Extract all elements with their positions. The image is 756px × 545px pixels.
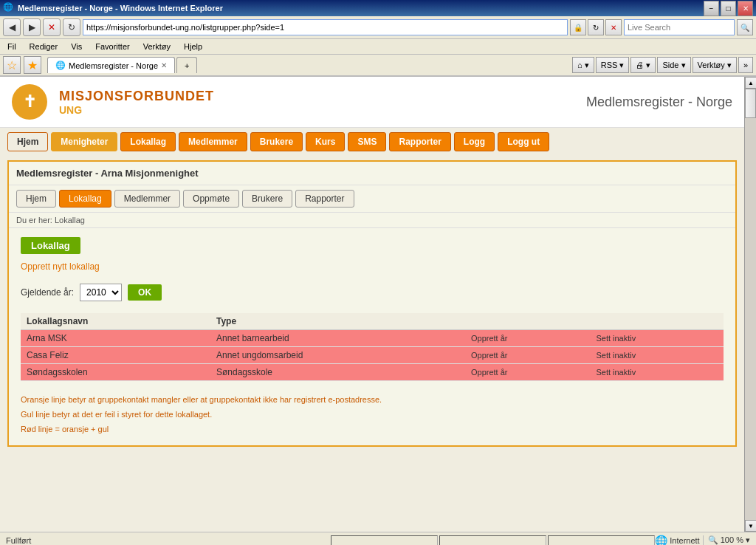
menu-hjelp[interactable]: Hjelp (181, 41, 205, 52)
inner-nav-rapporter[interactable]: Rapporter (295, 190, 354, 208)
stop-addr-button[interactable]: ✕ (605, 19, 622, 35)
breadcrumb: Du er her: Lokallag (9, 213, 735, 228)
top-nav-brukere[interactable]: Brukere (250, 132, 303, 151)
new-tab-button[interactable]: + (176, 57, 197, 73)
top-nav-menigheter[interactable]: Menigheter (51, 132, 117, 151)
side-toolbar-btn[interactable]: Side ▾ (657, 57, 690, 73)
menu-favoritter[interactable]: Favoritter (92, 41, 132, 52)
ok-button[interactable]: OK (128, 284, 162, 301)
legend-orange: Oransje linje betyr at gruppekontakt man… (21, 393, 724, 408)
tools-toolbar-btn[interactable]: Verktøy ▾ (693, 57, 737, 73)
active-tab[interactable]: 🌐 Medlemsregister - Norge ✕ (47, 57, 175, 73)
cell-type: Annet ungdomsarbeid (210, 347, 465, 364)
progress-segment-1 (331, 535, 438, 546)
scroll-thumb[interactable] (745, 89, 756, 118)
menu-bar: Fil Rediger Vis Favoritter Verktøy Hjelp (0, 39, 756, 55)
window-title: Medlemsregister - Norge - Windows Intern… (18, 4, 704, 13)
page-scroll[interactable]: ✝ MISJONSFORBUNDET UNG Medlemsregister -… (0, 77, 744, 532)
more-toolbar-btn[interactable]: » (738, 57, 753, 73)
top-nav-rapporter[interactable]: Rapporter (389, 132, 450, 151)
refresh-addr-button[interactable]: ↻ (588, 19, 604, 35)
fav-add-button[interactable]: ★ (24, 56, 41, 74)
table-row: Søndagsskolen Søndagsskole Opprett år Se… (21, 364, 724, 381)
top-nav-logg[interactable]: Logg (454, 132, 495, 151)
zone-label: Internett (670, 536, 699, 545)
menu-vis[interactable]: Vis (68, 41, 85, 52)
col-header-type: Type (210, 313, 465, 330)
restore-button[interactable]: □ (721, 1, 736, 16)
legend-red: Rød linje = oransje + gul (21, 422, 724, 437)
inner-nav: Hjem Lokallag Medlemmer Oppmøte Brukere … (9, 185, 735, 213)
site-subtitle: Medlemsregister - Norge (586, 95, 732, 110)
logo-cross-icon: ✝ (23, 92, 36, 112)
refresh-button[interactable]: ↻ (63, 18, 80, 36)
site-title-block: MISJONSFORBUNDET UNG (59, 89, 214, 116)
year-label: Gjeldende år: (21, 287, 74, 298)
top-nav-logg-ut[interactable]: Logg ut (498, 132, 549, 151)
back-button[interactable]: ◀ (3, 18, 21, 36)
cell-action[interactable]: Opprett år (465, 364, 590, 381)
stop-button[interactable]: ✕ (43, 18, 61, 36)
ie-icon: 🌐 (3, 2, 15, 14)
close-button[interactable]: ✕ (738, 1, 753, 16)
fav-star-button[interactable]: ☆ (3, 56, 21, 74)
tab-icon: 🌐 (55, 61, 66, 70)
page-area: ✝ MISJONSFORBUNDET UNG Medlemsregister -… (0, 77, 756, 532)
new-tab-icon: + (185, 61, 189, 70)
rss-toolbar-btn[interactable]: RSS ▾ (596, 57, 630, 73)
inner-nav-brukere[interactable]: Brukere (242, 190, 292, 208)
menu-fil[interactable]: Fil (4, 41, 19, 52)
address-icons: 🔒 ↻ ✕ (570, 19, 622, 35)
lokallag-table: Lokallagsnavn Type Arna MSK Annet barnea… (21, 313, 724, 381)
window-controls: − □ ✕ (704, 1, 753, 16)
inner-header: Medlemsregister - Arna Misjonmenighet (9, 162, 735, 185)
cell-name[interactable]: Arna MSK (21, 330, 210, 347)
cell-name[interactable]: Søndagsskolen (21, 364, 210, 381)
scroll-track (745, 89, 756, 520)
title-bar: 🌐 Medlemsregister - Norge - Windows Inte… (0, 0, 756, 16)
tab-close-icon[interactable]: ✕ (161, 61, 167, 69)
cell-type: Søndagsskole (210, 364, 465, 381)
cell-type: Annet barnearbeid (210, 330, 465, 347)
progress-segment-3 (548, 535, 655, 546)
forward-button[interactable]: ▶ (23, 18, 41, 36)
cell-action[interactable]: Opprett år (465, 330, 590, 347)
inner-nav-hjem[interactable]: Hjem (16, 190, 56, 208)
lock-icon-btn[interactable]: 🔒 (570, 19, 586, 35)
address-input[interactable] (83, 19, 568, 35)
cell-status[interactable]: Sett inaktiv (590, 364, 724, 381)
search-button[interactable]: 🔍 (737, 19, 753, 35)
top-nav-hjem[interactable]: Hjem (7, 132, 48, 151)
cell-status[interactable]: Sett inaktiv (590, 347, 724, 364)
cell-name[interactable]: Casa Feliz (21, 347, 210, 364)
menu-verktoy[interactable]: Verktøy (140, 41, 173, 52)
top-nav: Hjem Menigheter Lokallag Medlemmer Bruke… (0, 128, 744, 156)
top-nav-kurs[interactable]: Kurs (306, 132, 345, 151)
minimize-button[interactable]: − (704, 1, 719, 16)
menu-rediger[interactable]: Rediger (27, 41, 61, 52)
year-select[interactable]: 2008 2009 2010 2011 (80, 284, 122, 301)
inner-nav-oppmote[interactable]: Oppmøte (183, 190, 239, 208)
top-nav-medlemmer[interactable]: Medlemmer (179, 132, 247, 151)
search-input[interactable] (624, 19, 735, 35)
cell-status[interactable]: Sett inaktiv (590, 330, 724, 347)
col-header-action (465, 313, 590, 330)
cell-action[interactable]: Opprett år (465, 347, 590, 364)
lokallag-section-title: Lokallag (21, 237, 80, 254)
top-nav-sms[interactable]: SMS (348, 132, 386, 151)
create-lokallag-link[interactable]: Opprett nytt lokallag (21, 261, 724, 272)
globe-icon: 🌐 (655, 535, 667, 546)
col-header-name: Lokallagsnavn (21, 313, 210, 330)
zoom-dropdown-icon[interactable]: ▾ (746, 535, 750, 544)
site-logo: ✝ (12, 84, 47, 120)
home-toolbar-btn[interactable]: ⌂ ▾ (572, 57, 594, 73)
top-nav-lokallag[interactable]: Lokallag (120, 132, 176, 151)
inner-nav-medlemmer[interactable]: Medlemmer (114, 190, 180, 208)
scrollbar[interactable]: ▲ ▼ (744, 77, 756, 532)
scroll-up-button[interactable]: ▲ (745, 77, 756, 89)
bookmarks-bar: ☆ ★ 🌐 Medlemsregister - Norge ✕ + ⌂ ▾ RS… (0, 55, 756, 77)
zoom-value: 100 % (721, 535, 743, 544)
scroll-down-button[interactable]: ▼ (745, 520, 756, 532)
print-toolbar-btn[interactable]: 🖨 ▾ (630, 57, 656, 73)
inner-nav-lokallag[interactable]: Lokallag (59, 190, 111, 208)
